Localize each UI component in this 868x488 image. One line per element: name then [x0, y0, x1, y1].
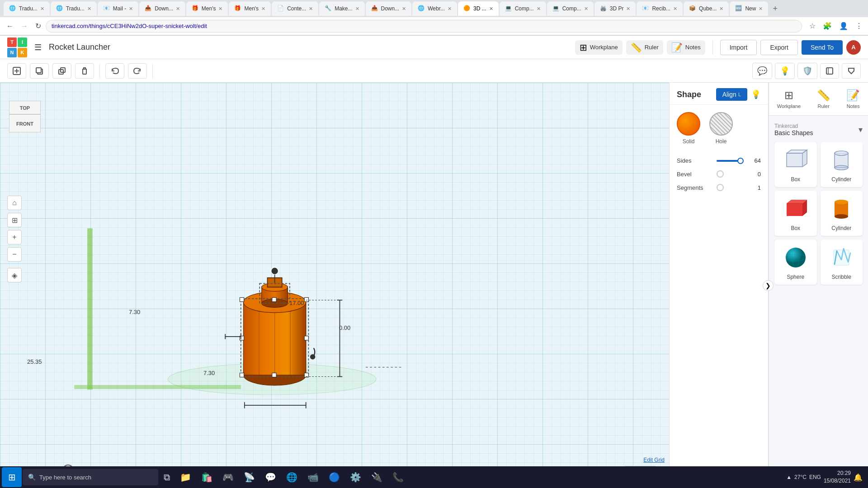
redo-button[interactable]	[128, 63, 147, 79]
edit-grid-label[interactable]: Edit Grid	[643, 457, 665, 463]
shape-card-box-red[interactable]: Box	[774, 191, 817, 236]
notification-button[interactable]: 🔔	[854, 473, 863, 482]
bulb-toolbar-button[interactable]: 💡	[775, 63, 795, 79]
tab-close-make[interactable]: ✕	[355, 6, 359, 12]
video-button[interactable]: 📹	[303, 468, 323, 486]
cube-front[interactable]: FRONT	[9, 114, 41, 132]
shape-card-box-wire[interactable]: Box	[774, 142, 817, 187]
task-view-button[interactable]: ⧉	[159, 468, 175, 486]
phone-button[interactable]: 📞	[388, 468, 408, 486]
info-button[interactable]: 💡	[751, 89, 761, 99]
wireless-button[interactable]: 📡	[239, 468, 259, 486]
tab-conte[interactable]: 📄 Conte... ✕	[272, 1, 318, 16]
profile-button[interactable]: 👤	[837, 20, 850, 32]
sides-slider[interactable]	[717, 160, 744, 162]
hole-circle[interactable]	[709, 112, 733, 136]
menu-button[interactable]: ☰	[33, 41, 43, 54]
tab-recib[interactable]: 📧 Recib... ✕	[637, 1, 683, 16]
shape-card-cyl-wire[interactable]: Cylinder	[821, 142, 863, 187]
home-view-button[interactable]: ⌂	[7, 196, 22, 210]
shapes-lib-arrow[interactable]: ▾	[859, 125, 863, 135]
tab-close-3d[interactable]: ✕	[489, 6, 493, 12]
copy-button[interactable]	[30, 63, 49, 79]
code-button[interactable]: ⚙️	[345, 468, 366, 486]
tab-3dpr[interactable]: 🖨️ 3D Pr ✕	[594, 1, 636, 16]
shape-card-scribble[interactable]: Scribble	[821, 239, 863, 285]
tab-3d[interactable]: 🟠 3D ... ✕	[458, 1, 499, 16]
user-avatar[interactable]: A	[846, 40, 861, 55]
send-to-button[interactable]: Send To	[802, 40, 843, 55]
extensions-button[interactable]: 🧩	[821, 20, 834, 32]
solid-circle[interactable]	[677, 112, 700, 136]
edit-grid-item[interactable]: Edit Grid	[643, 457, 665, 463]
taskbar-up-arrow[interactable]: ▲	[786, 474, 792, 480]
export-button[interactable]: Export	[760, 40, 797, 55]
tab-close-new[interactable]: ✕	[759, 6, 763, 12]
taskbar-search[interactable]: 🔍 Type here to search	[23, 469, 158, 485]
bookmark-button[interactable]: ☆	[807, 20, 817, 32]
tab-close-mens1[interactable]: ✕	[218, 6, 222, 12]
notes-button[interactable]: 📝 Notes	[841, 86, 865, 112]
tab-1[interactable]: 🌐 Tradu... ✕	[4, 1, 50, 16]
shield-button[interactable]: 🛡️	[797, 63, 817, 79]
start-button[interactable]: ⊞	[2, 467, 22, 487]
bevel-radio[interactable]	[717, 170, 724, 178]
chat-button[interactable]: 💬	[752, 63, 772, 79]
tab-close-qube[interactable]: ✕	[719, 6, 723, 12]
new-tab-button[interactable]: +	[769, 4, 781, 14]
tab-mail[interactable]: 📧 Mail - ✕	[98, 1, 138, 16]
new-shape-button[interactable]	[7, 63, 26, 79]
ruler-button[interactable]: 📏 Ruler	[811, 86, 836, 112]
undo-button[interactable]	[105, 63, 124, 79]
hole-shape-option[interactable]: Hole	[709, 112, 733, 145]
tab-comp1[interactable]: 💻 Comp... ✕	[500, 1, 546, 16]
circuit-button[interactable]: 🔌	[367, 468, 387, 486]
tab-close-mens2[interactable]: ✕	[261, 6, 265, 12]
snap-button[interactable]	[842, 63, 861, 79]
tab-comp2[interactable]: 💻 Comp... ✕	[547, 1, 594, 16]
forward-button[interactable]: →	[18, 20, 31, 32]
tab-close-comp1[interactable]: ✕	[537, 6, 541, 12]
tab-close-recib[interactable]: ✕	[673, 6, 677, 12]
reload-button[interactable]: ↻	[33, 20, 44, 32]
tab-close-webr[interactable]: ✕	[448, 6, 452, 12]
align-button[interactable]: Align L	[716, 88, 747, 101]
tab-mens1[interactable]: 🎁 Men's ✕	[186, 1, 228, 16]
tab-down1[interactable]: 📥 Down... ✕	[139, 1, 185, 16]
tinkercad-logo[interactable]: T I N K	[7, 38, 27, 57]
perspective-button[interactable]: ◈	[7, 268, 22, 282]
tab-qube[interactable]: 📦 Qube... ✕	[684, 1, 729, 16]
workplane-button[interactable]: ⊞ Workplane	[772, 86, 806, 112]
chrome-button[interactable]: 🌐	[282, 468, 302, 486]
viewport[interactable]: TOP FRONT ⌂ ⊞ + − ◈ 17.00 7.30 7.30 0.00…	[0, 83, 669, 488]
tab-down2[interactable]: 📥 Down... ✕	[366, 1, 412, 16]
tab-mens2[interactable]: 🎁 Men's ✕	[229, 1, 271, 16]
duplicate-button[interactable]	[52, 63, 71, 79]
address-bar[interactable]	[46, 20, 802, 33]
tab-webr[interactable]: 🌐 Webr... ✕	[412, 1, 457, 16]
solid-shape-option[interactable]: Solid	[677, 112, 700, 145]
tab-close-mail[interactable]: ✕	[129, 6, 133, 12]
shape-card-cyl-orange[interactable]: Cylinder	[821, 191, 863, 236]
edge-button[interactable]: 🔵	[324, 468, 344, 486]
steam-button[interactable]: 🎮	[218, 468, 238, 486]
tab-make[interactable]: 🔧 Make... ✕	[319, 1, 364, 16]
zoom-in-button[interactable]: +	[7, 230, 22, 244]
import-button[interactable]: Import	[720, 40, 757, 55]
fit-all-button[interactable]: ⊞	[7, 213, 22, 227]
panel-collapse-arrow[interactable]: ❯	[763, 280, 774, 291]
more-button[interactable]: ⋮	[854, 20, 864, 32]
workplane-header-button[interactable]: ⊞ Workplane	[575, 40, 623, 55]
segments-radio[interactable]	[717, 184, 724, 191]
copy2-button[interactable]	[820, 63, 839, 79]
view-cube[interactable]: TOP FRONT	[9, 101, 41, 132]
tab-2[interactable]: 🌐 Tradu... ✕	[51, 1, 97, 16]
tab-close-down2[interactable]: ✕	[402, 6, 406, 12]
shape-card-sphere[interactable]: Sphere	[774, 239, 817, 285]
tab-close-3dpr[interactable]: ✕	[626, 6, 630, 12]
tab-close-down1[interactable]: ✕	[176, 6, 180, 12]
tab-close-comp2[interactable]: ✕	[584, 6, 588, 12]
tab-close-2[interactable]: ✕	[87, 6, 91, 12]
file-explorer-button[interactable]: 📁	[175, 468, 196, 486]
chat-taskbar-button[interactable]: 💬	[260, 468, 281, 486]
